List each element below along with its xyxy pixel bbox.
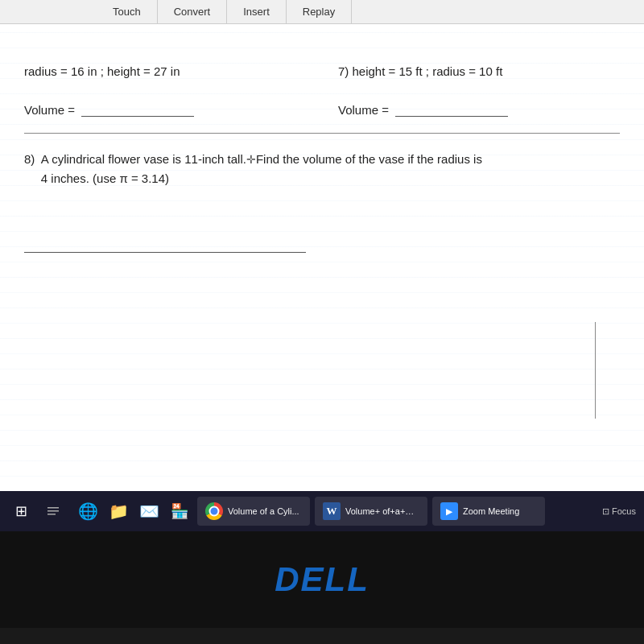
volume-item-right: Volume = [306, 102, 620, 117]
volume-answer-left [81, 102, 194, 117]
problem-6-text: radius = 16 in ; height = 27 in [24, 64, 306, 78]
cursor-icon: ✛ [246, 151, 256, 168]
mail-button[interactable]: ✉️ [136, 498, 162, 524]
file-explorer-button[interactable]: 📁 [105, 498, 131, 524]
taskbar: ⊞ 🌐 📁 ✉️ 🏪 Volume of a Cyli... W Volume+… [0, 491, 644, 531]
problem-8-line1: 8) A cylindrical flower vase is 11-inch … [24, 150, 620, 169]
content-area: radius = 16 in ; height = 27 in 7) heigh… [0, 24, 644, 491]
zoom-app-icon: ▶ [440, 502, 458, 520]
word-app-icon: W [323, 502, 341, 520]
divider [24, 133, 620, 134]
focus-label: ⊡ Focus [602, 506, 636, 517]
tab-touch[interactable]: Touch [97, 0, 158, 23]
chrome-app-label: Volume of a Cyli... [228, 506, 299, 516]
dell-branding-area: DELL [0, 531, 644, 628]
problem-7-text: 7) height = 15 ft ; radius = 10 ft [306, 64, 620, 78]
chrome-app-icon [205, 502, 223, 520]
volume-item-left: Volume = [24, 102, 306, 117]
problem-row-67: radius = 16 in ; height = 27 in 7) heigh… [24, 64, 620, 78]
toolbar: Touch Convert Insert Replay [0, 0, 644, 24]
problem-8: 8) A cylindrical flower vase is 11-inch … [24, 150, 620, 188]
tab-convert[interactable]: Convert [158, 0, 228, 23]
volume-label-left: Volume = [24, 103, 75, 117]
word-app-label: Volume+ of+a+C... [345, 506, 418, 516]
vertical-line [595, 322, 596, 419]
search-button[interactable] [40, 498, 66, 524]
tab-replay[interactable]: Replay [287, 0, 352, 23]
svg-rect-2 [47, 514, 56, 515]
svg-rect-0 [47, 507, 59, 509]
volume-row: Volume = Volume = [24, 102, 620, 117]
volume-label-right: Volume = [338, 103, 389, 117]
chrome-app-button[interactable]: Volume of a Cyli... [197, 497, 310, 526]
windows-start-button[interactable]: ⊞ [8, 498, 34, 524]
edge-icon-button[interactable]: 🌐 [75, 498, 101, 524]
answer-line [24, 237, 306, 253]
focus-text: Focus [612, 506, 636, 516]
problem-8-line2: 4 inches. (use π = 3.14) [24, 169, 620, 188]
taskbar-start-area: ⊞ [8, 498, 66, 524]
word-app-button[interactable]: W Volume+ of+a+C... [315, 497, 427, 526]
svg-rect-1 [47, 510, 59, 512]
taskbar-right-area: ⊡ Focus [602, 506, 636, 517]
store-button[interactable]: 🏪 [167, 498, 192, 524]
volume-answer-right [395, 102, 508, 117]
tab-insert[interactable]: Insert [227, 0, 287, 23]
focus-icon: ⊡ [602, 506, 609, 517]
zoom-app-label: Zoom Meeting [463, 506, 519, 516]
dell-logo: DELL [275, 560, 369, 599]
zoom-app-button[interactable]: ▶ Zoom Meeting [432, 497, 545, 526]
